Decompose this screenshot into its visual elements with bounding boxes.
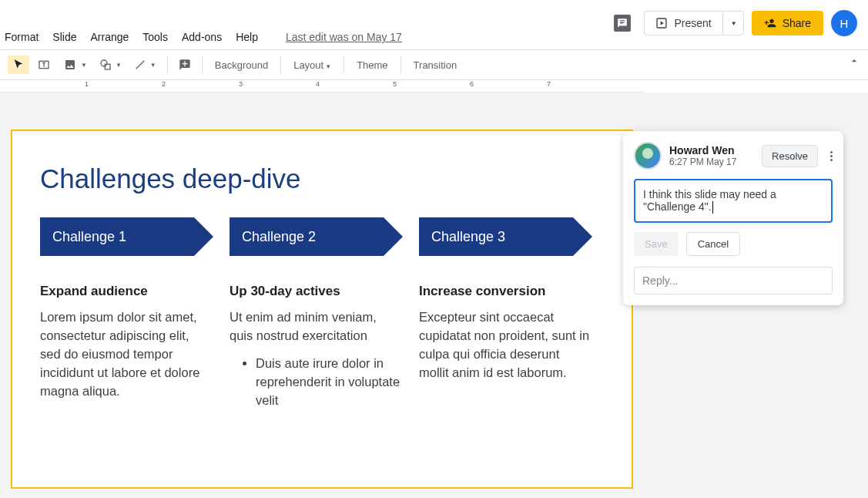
slide-title[interactable]: Challenges deep-dive xyxy=(40,163,301,194)
present-dropdown[interactable]: ▼ xyxy=(722,11,744,35)
menu-arrange[interactable]: Arrange xyxy=(90,31,129,43)
ruler-mark: 1 xyxy=(85,80,89,88)
challenge-2[interactable]: Challenge 2 Up 30-day actives Ut enim ad… xyxy=(230,217,402,410)
avatar-initial: H xyxy=(840,17,849,30)
line-tool[interactable]: ▼ xyxy=(129,56,161,74)
add-comment-tool[interactable] xyxy=(174,56,196,74)
select-tool[interactable] xyxy=(8,56,29,74)
person-add-icon xyxy=(764,17,776,29)
challenge-3-body[interactable]: Excepteur sint occaecat cupidatat non pr… xyxy=(419,308,592,382)
text-cursor xyxy=(712,201,713,214)
layout-label: Layout xyxy=(293,59,323,71)
image-tool[interactable]: ▼ xyxy=(59,56,92,74)
share-button[interactable]: Share xyxy=(752,11,823,35)
chevron-down-icon: ▼ xyxy=(116,62,122,69)
chevron-down-icon: ▼ xyxy=(731,20,737,27)
challenges-row: Challenge 1 Expand audience Lorem ipsum … xyxy=(40,217,592,410)
chevron-up-icon xyxy=(848,55,860,67)
line-icon xyxy=(134,59,146,71)
menu-format[interactable]: Format xyxy=(5,31,39,43)
image-icon xyxy=(63,59,77,71)
layout-button[interactable]: Layout▼ xyxy=(287,56,337,74)
comment-header: Howard Wen 6:27 PM May 17 Resolve xyxy=(634,142,833,170)
reply-placeholder: Reply... xyxy=(642,274,678,287)
last-edit-link[interactable]: Last edit was on May 17 xyxy=(286,31,402,43)
comment-card: Howard Wen 6:27 PM May 17 Resolve I thin… xyxy=(623,131,843,305)
challenge-1-label: Challenge 1 xyxy=(52,229,126,245)
textbox-icon xyxy=(37,59,51,71)
separator xyxy=(344,56,344,73)
challenge-1-header[interactable]: Challenge 1 xyxy=(40,217,194,256)
svg-rect-3 xyxy=(105,64,110,69)
background-button[interactable]: Background xyxy=(209,56,274,74)
chevron-down-icon: ▼ xyxy=(325,63,331,70)
shape-tool[interactable]: ▼ xyxy=(95,56,126,74)
menu-addons[interactable]: Add-ons xyxy=(182,31,222,43)
challenge-1-subtitle[interactable]: Expand audience xyxy=(40,284,213,299)
collapse-toolbar-button[interactable] xyxy=(848,55,860,67)
add-comment-icon xyxy=(179,59,191,71)
separator xyxy=(167,56,168,73)
challenge-2-body-text: Ut enim ad minim veniam, quis nostrud ex… xyxy=(230,310,377,342)
comment-history-button[interactable] xyxy=(608,9,636,37)
resolve-button[interactable]: Resolve xyxy=(762,145,818,167)
challenge-3-subtitle[interactable]: Increase conversion xyxy=(419,284,592,299)
account-avatar[interactable]: H xyxy=(831,10,857,36)
present-button[interactable]: Present xyxy=(644,11,722,35)
challenge-2-label: Challenge 2 xyxy=(242,229,316,245)
share-label: Share xyxy=(783,17,811,29)
ruler-mark: 4 xyxy=(316,80,320,88)
challenge-3-header[interactable]: Challenge 3 xyxy=(419,217,573,256)
menu-bar: Format Slide Arrange Tools Add-ons Help … xyxy=(5,31,402,43)
challenge-2-body[interactable]: Ut enim ad minim veniam, quis nostrud ex… xyxy=(230,308,402,410)
transition-button[interactable]: Transition xyxy=(407,56,464,74)
comment-icon xyxy=(614,15,631,32)
kebab-dot xyxy=(830,155,833,157)
challenge-2-header[interactable]: Challenge 2 xyxy=(230,217,384,256)
shape-icon xyxy=(99,59,112,71)
separator xyxy=(202,56,203,73)
ruler-mark: 2 xyxy=(162,80,166,88)
chevron-down-icon: ▼ xyxy=(81,62,87,69)
present-group: Present ▼ xyxy=(644,11,743,35)
challenge-1[interactable]: Challenge 1 Expand audience Lorem ipsum … xyxy=(40,217,213,410)
present-icon xyxy=(655,17,668,29)
kebab-dot xyxy=(830,159,833,161)
comment-author: Howard Wen xyxy=(669,144,754,156)
present-label: Present xyxy=(674,17,711,29)
separator xyxy=(280,56,281,73)
menu-help[interactable]: Help xyxy=(236,31,258,43)
cancel-button[interactable]: Cancel xyxy=(686,232,740,256)
kebab-dot xyxy=(830,151,833,153)
save-button[interactable]: Save xyxy=(634,232,679,256)
ruler-mark: 7 xyxy=(547,80,551,88)
top-bar: Present ▼ Share H xyxy=(608,9,857,37)
comment-timestamp: 6:27 PM May 17 xyxy=(669,156,754,167)
comment-textarea[interactable]: I think this slide may need a "Challenge… xyxy=(634,179,833,223)
svg-point-2 xyxy=(101,60,107,66)
challenge-2-bullet: Duis aute irure dolor in reprehenderit i… xyxy=(256,355,402,410)
textbox-tool[interactable] xyxy=(32,56,55,74)
challenge-2-subtitle[interactable]: Up 30-day actives xyxy=(230,284,402,299)
theme-button[interactable]: Theme xyxy=(350,56,394,74)
toolbar: ▼ ▼ ▼ Background Layout▼ Theme Transitio… xyxy=(0,49,868,80)
menu-tools[interactable]: Tools xyxy=(142,31,168,43)
reply-input[interactable]: Reply... xyxy=(634,267,833,294)
challenge-1-body[interactable]: Lorem ipsum dolor sit amet, consectetur … xyxy=(40,308,213,401)
ruler-mark: 3 xyxy=(239,80,243,88)
comment-meta: Howard Wen 6:27 PM May 17 xyxy=(669,144,754,167)
ruler-mark: 5 xyxy=(393,80,397,88)
ruler: 1 2 3 4 5 6 7 xyxy=(0,80,645,93)
comment-text: I think this slide may need a "Challenge… xyxy=(643,188,776,213)
comment-actions: Save Cancel xyxy=(634,232,833,256)
comment-author-avatar xyxy=(634,142,662,170)
chevron-down-icon: ▼ xyxy=(150,62,156,69)
comment-more-button[interactable] xyxy=(830,151,833,161)
ruler-mark: 6 xyxy=(470,80,474,88)
challenge-3-label: Challenge 3 xyxy=(431,229,505,245)
separator xyxy=(400,56,401,73)
cursor-icon xyxy=(12,59,25,71)
slide[interactable]: Challenges deep-dive Challenge 1 Expand … xyxy=(11,130,633,489)
menu-slide[interactable]: Slide xyxy=(52,31,76,43)
challenge-3[interactable]: Challenge 3 Increase conversion Excepteu… xyxy=(419,217,592,410)
